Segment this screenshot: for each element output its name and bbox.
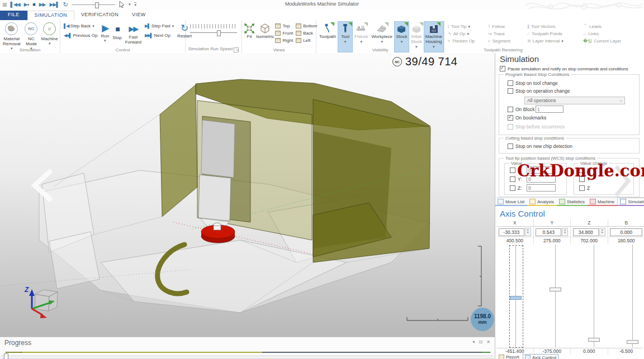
- progress-segments-bar[interactable]: [6, 352, 490, 353]
- axis-x-slider-handle[interactable]: [510, 296, 522, 300]
- axis-x-slider[interactable]: [515, 245, 516, 347]
- axis-b-value[interactable]: 0.000: [610, 228, 642, 236]
- material-removal-button[interactable]: Material Removal▾: [2, 21, 21, 51]
- view-left-button[interactable]: Left: [296, 38, 317, 43]
- fit-button[interactable]: Fit: [244, 22, 255, 39]
- wcs-y-checkbox[interactable]: [510, 176, 515, 182]
- close-icon[interactable]: ✕: [486, 339, 490, 344]
- customize-qat-icon[interactable]: ▾: [134, 2, 136, 7]
- isometric-label: Isometric: [256, 34, 274, 39]
- step-back-button[interactable]: ▌◀Step Back▾: [64, 23, 98, 28]
- viewport-3d[interactable]: Z NC 39/49 714 1198.0 mm: [0, 53, 495, 337]
- on-block-checkbox[interactable]: [508, 107, 513, 112]
- pause-simulation-checkbox[interactable]: [500, 66, 505, 71]
- scale-unit: mm: [478, 320, 486, 325]
- axis-x-value[interactable]: -30.333: [499, 228, 524, 236]
- skip-to-end-icon[interactable]: ▶▶▌: [49, 1, 59, 8]
- on-block-input[interactable]: [536, 106, 564, 113]
- axis-z-spinner[interactable]: ▲▼: [599, 228, 605, 236]
- nc-mode-button[interactable]: NC NC Mode▾: [23, 21, 40, 51]
- operations-dropdown[interactable]: All operations ⌄: [524, 97, 625, 104]
- previous-op-button[interactable]: ◀◀▌Previous Op: [64, 33, 98, 38]
- axis-z-slider[interactable]: [594, 245, 594, 347]
- scale-indicator: 1198.0 mm: [471, 308, 494, 331]
- fast-forward-icon[interactable]: ▶▶: [39, 1, 46, 8]
- view-right-button[interactable]: Right: [275, 38, 293, 43]
- stop-icon[interactable]: ■: [32, 1, 35, 8]
- axis-b-slider[interactable]: [632, 245, 633, 347]
- stop-on-operation-change-checkbox[interactable]: [508, 88, 513, 94]
- fast-forward-button[interactable]: ▶▶ Fast Forward: [125, 22, 141, 45]
- play-icon[interactable]: ▶▾: [24, 1, 29, 9]
- app-icon[interactable]: ▦: [2, 1, 7, 8]
- wcs-z-checkbox[interactable]: [510, 185, 515, 191]
- tab-file[interactable]: FILE: [0, 11, 27, 20]
- on-bookmarks-checkbox[interactable]: [508, 115, 513, 121]
- axis-y-spinner[interactable]: ▲▼: [562, 228, 568, 236]
- axis-z-value[interactable]: 34.800: [573, 228, 599, 236]
- speed-slider[interactable]: [190, 30, 237, 36]
- pin-icon[interactable]: ⊡: [479, 339, 483, 344]
- progress-slider-track[interactable]: [1, 356, 494, 358]
- stop-before-occurrence-checkbox[interactable]: [508, 124, 513, 130]
- axis-y-slider-handle[interactable]: [550, 288, 561, 291]
- axis-y-slider[interactable]: [555, 245, 556, 347]
- view-bottom-button[interactable]: Bottom: [296, 23, 317, 28]
- step-to-start-icon[interactable]: ▌◀◀: [11, 1, 20, 8]
- follow-button[interactable]: ⌇Follow: [488, 23, 527, 30]
- qat-speed-slider[interactable]: [72, 2, 115, 7]
- tab-view[interactable]: VIEW: [125, 11, 153, 20]
- tool-tip-button[interactable]: ⟟Tool Tip▾: [448, 23, 488, 30]
- tab-report[interactable]: Report: [497, 354, 521, 359]
- current-layer-button[interactable]: �림Current Layer: [583, 37, 632, 45]
- dialog-launcher-icon[interactable]: ↘: [234, 47, 239, 52]
- tab-statistics[interactable]: Statistics: [557, 198, 588, 206]
- view-top-button[interactable]: Top: [275, 23, 293, 28]
- thicken-op-button[interactable]: ≈Thicken Op: [448, 37, 488, 45]
- pointer-cursor-icon[interactable]: [119, 1, 125, 8]
- segment-button[interactable]: ⌐Segment: [488, 37, 527, 45]
- stop-before-occurrence-label: Stop before occurrence: [515, 124, 565, 130]
- wcs-z-input[interactable]: [527, 184, 556, 192]
- tool-vectors-icon: ∥: [527, 24, 529, 29]
- value-change-z-checkbox[interactable]: [579, 185, 585, 191]
- wcs-stop-conditions-legend: Tool tip position based (WCS) stop condi…: [504, 156, 597, 161]
- machine-button[interactable]: ⌗ Machine▾: [41, 21, 58, 51]
- tab-axis-control[interactable]: Axis Control: [523, 354, 558, 359]
- view-back-button[interactable]: Back: [296, 31, 317, 36]
- tab-simulation[interactable]: SIMULATION: [27, 11, 74, 20]
- pointer-dropdown-icon[interactable]: ▾: [129, 2, 131, 7]
- tab-machine[interactable]: Machine: [588, 198, 617, 206]
- progress-slider-handle[interactable]: [4, 353, 8, 359]
- all-op-button[interactable]: ∿All Op▾: [448, 30, 488, 37]
- wcs-x-checkbox[interactable]: [510, 167, 515, 173]
- axis-b-slider-handle[interactable]: [627, 340, 638, 344]
- leads-button[interactable]: ⌒Leads: [583, 23, 632, 30]
- axis-y-value[interactable]: 0.543: [536, 228, 561, 236]
- trace-button[interactable]: ↝Trace: [488, 30, 527, 37]
- layer-interval-button[interactable]: ≋Layer Interval▾: [527, 37, 583, 45]
- view-front-button[interactable]: Front: [275, 31, 293, 36]
- tool-vectors-button[interactable]: ∥Tool Vectors: [527, 23, 583, 30]
- stop-on-tool-change-checkbox[interactable]: [508, 80, 513, 86]
- play-dropdown-icon[interactable]: ▾: [27, 3, 29, 7]
- isometric-button[interactable]: Isometric: [256, 22, 274, 39]
- stop-button[interactable]: ■ Stop: [112, 22, 121, 40]
- next-op-button[interactable]: ▶▶▌Next Op: [145, 33, 174, 38]
- tab-analysis[interactable]: Analysis: [527, 198, 557, 206]
- step-fwd-button[interactable]: ▶▌Step Fwd▾: [145, 23, 174, 28]
- axis-x-spinner[interactable]: ▲▼: [525, 228, 531, 236]
- run-button[interactable]: ▶ Run▾: [101, 22, 110, 43]
- tool-vectors-label: Tool Vectors: [531, 24, 556, 29]
- links-button[interactable]: ⌓Links: [583, 30, 632, 37]
- tab-move-list[interactable]: Move List: [495, 198, 527, 206]
- restart-icon[interactable]: ↻: [63, 1, 68, 8]
- thicken-op-label: Thicken Op: [452, 39, 475, 44]
- toolpath-points-button[interactable]: ∴Toolpath Points: [527, 30, 583, 37]
- tab-verification[interactable]: VERIFICATION: [74, 11, 125, 20]
- tool-visibility-label: Tool: [341, 35, 349, 40]
- panel-menu-icon[interactable]: ▾: [473, 339, 475, 344]
- stop-on-chip-checkbox[interactable]: [508, 143, 513, 149]
- tab-simulation-panel[interactable]: Simulation: [617, 198, 644, 206]
- axis-z-slider-handle[interactable]: [588, 338, 600, 342]
